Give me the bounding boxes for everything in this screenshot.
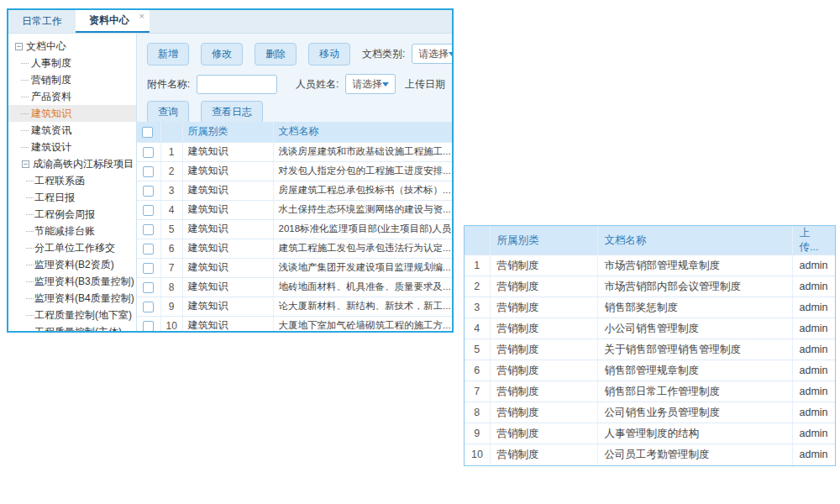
move-button[interactable]: 移动 [308, 43, 350, 66]
row-checkbox[interactable] [143, 224, 154, 235]
marketing-docs-table: 所属别类 文档名称 上传... 1营销制度市场营销部管理规章制度admin 2营… [465, 226, 835, 465]
row-checkbox[interactable] [143, 302, 154, 312]
tree-label: 分工单位工作移交 [34, 242, 115, 254]
attachment-name-input[interactable] [197, 75, 277, 94]
tree-item-daily-report[interactable]: 工程日报 [8, 189, 136, 206]
tree-label: 监理资料(B3质量控制) [34, 276, 134, 287]
tab-close-icon[interactable]: × [139, 11, 144, 21]
select-all-checkbox[interactable] [142, 127, 153, 138]
edit-button[interactable]: 修改 [201, 43, 243, 66]
query-button[interactable]: 查询 [147, 101, 189, 123]
document-table-container: 所属别类 文档名称 1建筑知识浅谈房屋建筑和市政基础设施工程施工... 2建筑知… [137, 122, 452, 331]
tree-item-construction-knowledge[interactable]: 建筑知识 [8, 105, 136, 122]
category-tree: −文档中心 人事制度 营销制度 产品资料 建筑知识 建筑资讯 建筑设计 −成渝高… [8, 34, 137, 331]
tree-item-work-transfer[interactable]: 分工单位工作移交 [8, 239, 136, 256]
table-header-row: 所属别类 文档名称 上传... [465, 226, 835, 255]
delete-button[interactable]: 删除 [255, 43, 297, 66]
table-row[interactable]: 4营销制度小公司销售管理制度admin [465, 318, 835, 339]
person-name-value: 请选择 [352, 77, 382, 92]
document-center-window: 日常工作 资料中心 × −文档中心 人事制度 营销制度 产品资料 建筑知识 建筑… [7, 8, 454, 333]
tab-bar: 日常工作 资料中心 × [8, 10, 452, 34]
tree-label: 节能减排台账 [34, 225, 95, 237]
tab-data-center-label: 资料中心 [89, 13, 129, 28]
tree-label: 工程例会周报 [34, 208, 95, 220]
doc-category-select[interactable]: 请选择 [412, 44, 452, 64]
collapse-icon[interactable]: − [15, 43, 23, 50]
row-checkbox[interactable] [143, 321, 154, 331]
tree-item-railway-project[interactable]: −成渝高铁内江标段项目 [8, 155, 136, 172]
tree-label: 文档中心 [26, 40, 66, 52]
collapse-icon[interactable]: − [22, 160, 29, 168]
tree-label: 工程日报 [34, 192, 75, 203]
tree-label: 监理资料(B4质量控制) [34, 292, 134, 304]
table-row[interactable]: 8建筑知识地砖地面材料、机具准备、质量要求及... [137, 277, 452, 297]
tree-item-quality-main[interactable]: 工程质量控制(主体) [8, 323, 136, 331]
chevron-down-icon [449, 52, 452, 56]
attachment-name-label: 附件名称: [147, 77, 190, 92]
table-row[interactable]: 10建筑知识大厦地下室加气砼墙砌筑工程的施工方... [137, 316, 452, 331]
tree-item-project-letters[interactable]: 工程联系函 [8, 172, 136, 189]
table-row[interactable]: 7建筑知识浅谈地产集团开发建设项目监理规划编... [137, 258, 452, 277]
tree-item-weekly-report[interactable]: 工程例会周报 [8, 206, 136, 223]
tree-label: 监理资料(B2资质) [34, 259, 114, 270]
table-row[interactable]: 3建筑知识房屋建筑工程总承包投标书（技术标）... [137, 181, 452, 200]
doc-name-column-header: 文档名称 [273, 122, 452, 142]
table-header-row: 所属别类 文档名称 [137, 122, 452, 142]
row-checkbox[interactable] [143, 263, 154, 274]
tree-item-energy-ledger[interactable]: 节能减排台账 [8, 223, 136, 239]
table-row[interactable]: 9营销制度人事管理制度的结构admin [465, 423, 835, 444]
tree-label: 建筑设计 [31, 141, 71, 153]
table-row[interactable]: 2营销制度市场营销部内部会议管理制度admin [465, 276, 835, 297]
window-body: −文档中心 人事制度 营销制度 产品资料 建筑知识 建筑资讯 建筑设计 −成渝高… [8, 34, 452, 331]
tree-item-construction-news[interactable]: 建筑资讯 [8, 122, 136, 139]
tab-daily-work[interactable]: 日常工作 [8, 10, 76, 33]
tree-item-hr-policy[interactable]: 人事制度 [8, 55, 136, 71]
upload-date-label: 上传日期 [405, 77, 445, 92]
uploader-column-header: 上传... [792, 226, 835, 255]
tree-item-document-center[interactable]: −文档中心 [8, 38, 136, 55]
row-checkbox[interactable] [143, 205, 154, 216]
table-row[interactable]: 4建筑知识水土保持生态环境监测网络的建设与资... [137, 200, 452, 219]
document-list-panel: 新增 修改 删除 移动 文档类别: 请选择 文档名称: 附件名称: 人员姓名: [137, 34, 452, 331]
tree-item-product-info[interactable]: 产品资料 [8, 88, 136, 105]
filter-row: 附件名称: 人员姓名: 请选择 上传日期 [137, 74, 452, 94]
table-row[interactable]: 9建筑知识论大厦新材料、新结构、新技术，新工... [137, 297, 452, 316]
table-row[interactable]: 2建筑知识对发包人指定分包的工程施工进度安排... [137, 161, 452, 181]
view-log-button[interactable]: 查看日志 [201, 101, 263, 123]
table-row[interactable]: 3营销制度销售部奖惩制度admin [465, 297, 835, 318]
index-column-header [160, 122, 182, 142]
tree-label: 人事制度 [31, 57, 71, 69]
marketing-docs-table-container: 所属别类 文档名称 上传... 1营销制度市场营销部管理规章制度admin 2营… [464, 225, 836, 466]
tree-item-supervision-b4[interactable]: 监理资料(B4质量控制) [8, 290, 136, 307]
row-checkbox[interactable] [143, 186, 154, 197]
tree-item-quality-basement[interactable]: 工程质量控制(地下室) [8, 307, 136, 323]
row-checkbox[interactable] [143, 166, 154, 177]
table-row[interactable]: 1营销制度市场营销部管理规章制度admin [465, 255, 835, 276]
person-name-select[interactable]: 请选择 [345, 74, 396, 94]
index-column-header [465, 226, 490, 255]
table-row[interactable]: 8营销制度公司销售业务员管理制度admin [465, 402, 835, 423]
row-checkbox[interactable] [143, 147, 154, 158]
table-row[interactable]: 5营销制度关于销售部管理销售管理制度admin [465, 339, 835, 360]
tab-daily-work-label: 日常工作 [22, 14, 62, 29]
table-row[interactable]: 7营销制度销售部日常工作管理制度admin [465, 381, 835, 402]
tree-item-supervision-b3[interactable]: 监理资料(B3质量控制) [8, 273, 136, 290]
add-button[interactable]: 新增 [147, 43, 189, 66]
table-row[interactable]: 5建筑知识2018标准化监理项目部(业主项目部)人员... [137, 219, 452, 239]
tree-item-marketing-policy[interactable]: 营销制度 [8, 71, 136, 88]
category-column-header: 所属别类 [182, 122, 273, 142]
row-checkbox[interactable] [143, 244, 154, 255]
table-row[interactable]: 10营销制度公司员工考勤管理制度admin [465, 444, 835, 465]
category-column-header: 所属别类 [490, 226, 597, 255]
table-row[interactable]: 6营销制度销售部管理规章制度admin [465, 360, 835, 381]
row-checkbox[interactable] [143, 282, 154, 293]
person-name-label: 人员姓名: [296, 77, 339, 92]
table-row[interactable]: 6建筑知识建筑工程施工发包与承包违法行为认定... [137, 239, 452, 258]
tree-label: 产品资料 [31, 91, 71, 102]
table-row[interactable]: 1建筑知识浅谈房屋建筑和市政基础设施工程施工... [137, 142, 452, 161]
tab-data-center[interactable]: 资料中心 × [76, 10, 150, 33]
tree-label: 营销制度 [31, 74, 71, 86]
tree-item-supervision-b2[interactable]: 监理资料(B2资质) [8, 256, 136, 273]
tree-item-construction-design[interactable]: 建筑设计 [8, 139, 136, 155]
tree-label: 建筑资讯 [31, 124, 71, 136]
